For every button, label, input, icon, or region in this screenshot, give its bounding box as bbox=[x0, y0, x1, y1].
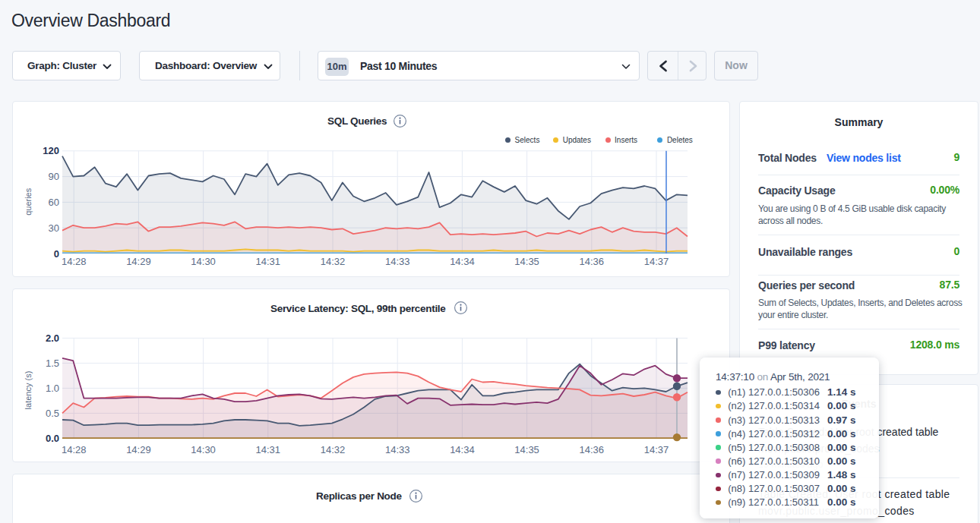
svg-text:2.0: 2.0 bbox=[46, 332, 59, 344]
svg-text:queries: queries bbox=[24, 187, 33, 216]
svg-text:14:35: 14:35 bbox=[514, 444, 539, 455]
svg-text:14:29: 14:29 bbox=[126, 444, 151, 455]
svg-text:latency (s): latency (s) bbox=[24, 371, 33, 410]
svg-text:14:28: 14:28 bbox=[62, 444, 87, 455]
svg-text:14:33: 14:33 bbox=[385, 444, 410, 455]
svg-text:1.0: 1.0 bbox=[46, 383, 59, 394]
svg-text:14:37: 14:37 bbox=[644, 256, 669, 267]
svg-text:14:33: 14:33 bbox=[385, 256, 410, 267]
svg-text:14:37: 14:37 bbox=[644, 444, 669, 455]
svg-text:1.5: 1.5 bbox=[46, 358, 59, 369]
svg-text:0.5: 0.5 bbox=[46, 408, 59, 419]
svg-text:14:32: 14:32 bbox=[321, 444, 346, 455]
svg-text:14:34: 14:34 bbox=[450, 444, 475, 455]
svg-text:14:29: 14:29 bbox=[126, 256, 151, 267]
svg-text:0.0: 0.0 bbox=[46, 433, 59, 444]
svg-text:60: 60 bbox=[49, 197, 59, 208]
svg-text:0: 0 bbox=[54, 248, 59, 260]
svg-text:14:30: 14:30 bbox=[191, 256, 216, 267]
svg-text:14:34: 14:34 bbox=[450, 256, 475, 267]
svg-text:90: 90 bbox=[49, 171, 59, 182]
svg-text:14:36: 14:36 bbox=[580, 444, 605, 455]
svg-text:120: 120 bbox=[43, 145, 59, 156]
svg-text:14:31: 14:31 bbox=[256, 444, 281, 455]
svg-text:14:28: 14:28 bbox=[62, 256, 87, 267]
svg-text:14:36: 14:36 bbox=[580, 256, 605, 267]
svg-text:14:35: 14:35 bbox=[514, 256, 539, 267]
svg-text:14:32: 14:32 bbox=[321, 256, 346, 267]
svg-text:14:30: 14:30 bbox=[191, 444, 216, 455]
svg-text:30: 30 bbox=[49, 222, 59, 234]
svg-text:14:31: 14:31 bbox=[256, 256, 281, 267]
